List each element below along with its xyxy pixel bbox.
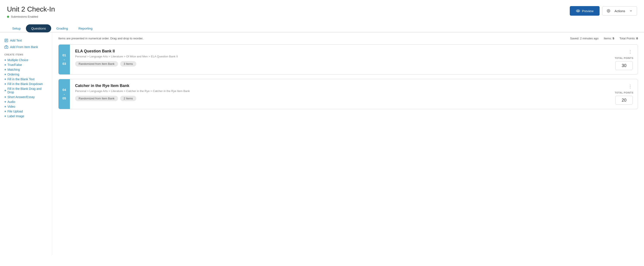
tab-grading[interactable]: Grading (51, 24, 73, 32)
card-menu-button-2[interactable]: ⋮ (627, 83, 633, 89)
actions-button[interactable]: Actions (602, 6, 637, 16)
card-tags-1: Randomized from Item Bank 3 Items (75, 61, 602, 66)
svg-point-2 (608, 10, 609, 11)
sidebar-item-label: Short Answer/Essay (8, 95, 34, 99)
nav-tabs: Setup Questions Grading Reporting (0, 20, 644, 32)
card-breadcrumb-1: Personal > Language Arts > Literature > … (75, 55, 602, 58)
sidebar-item-label: Ordering (8, 73, 19, 76)
card-title-2: Catcher in the Rye Item Bank (75, 83, 602, 88)
sidebar-item-label: Fill in the Blank Dropdown (8, 82, 43, 86)
card-breadcrumb-2: Personal > Language Arts > Literature > … (75, 89, 602, 93)
tag-randomized-2: Randomized from Item Bank (75, 96, 118, 101)
plus-icon: + (4, 95, 6, 99)
tab-setup[interactable]: Setup (7, 24, 26, 32)
preview-button[interactable]: Preview (570, 6, 600, 16)
sidebar-item-label: Fill in the Blank Drag and Drop (8, 87, 48, 94)
items-count: Items: 5 (604, 37, 614, 40)
points-input-2[interactable] (615, 96, 633, 105)
card-right-2: ⋮ TOTAL POINTS (607, 79, 638, 109)
actions-label: Actions (614, 9, 625, 13)
add-text-icon (4, 38, 8, 42)
status-row: Submissions Enabled (7, 15, 55, 18)
saved-label: Saved: 2 minutes ago (570, 37, 599, 40)
sidebar-item-fill-blank-dropdown[interactable]: + Fill in the Blank Dropdown (4, 82, 48, 86)
chevron-down-icon (630, 9, 632, 12)
tab-reporting[interactable]: Reporting (73, 24, 98, 32)
add-from-bank-link[interactable]: Add From Item Bank (4, 44, 48, 50)
three-dots-icon-1: ⋮ (628, 49, 632, 54)
svg-point-1 (578, 10, 578, 11)
plus-icon: + (4, 105, 6, 108)
sidebar-item-short-answer[interactable]: + Short Answer/Essay (4, 95, 48, 99)
sidebar-item-label: File Upload (8, 110, 23, 113)
sidebar-item-fill-blank-drag[interactable]: + Fill in the Blank Drag and Drop (4, 86, 48, 95)
sidebar-item-label: Video (8, 105, 15, 108)
sidebar-item-label: Audio (8, 100, 15, 104)
add-from-bank-icon (4, 45, 8, 49)
sidebar-item-audio[interactable]: + Audio (4, 99, 48, 104)
card-number-bar-2: 04 - 05 (58, 79, 70, 109)
plus-icon: + (4, 100, 6, 104)
sidebar-item-true-false[interactable]: + True/False (4, 62, 48, 67)
svg-point-0 (576, 10, 580, 12)
sidebar-item-label: Fill in the Blank Text (8, 77, 34, 81)
tag-randomized-1: Randomized from Item Bank (75, 61, 118, 66)
status-dot (7, 16, 9, 18)
sidebar-item-ordering[interactable]: + Ordering (4, 72, 48, 77)
page-header: Unit 2 Check-In Submissions Enabled Prev… (0, 0, 644, 18)
sidebar-item-label: Matching (8, 68, 20, 71)
sidebar-item-fill-blank-text[interactable]: + Fill in the Blank Text (4, 77, 48, 82)
card-menu-button-1[interactable]: ⋮ (627, 49, 633, 55)
plus-icon: + (4, 110, 6, 113)
plus-icon: + (4, 82, 6, 86)
sidebar-item-multiple-choice[interactable]: + Multiple Choice (4, 58, 48, 62)
plus-icon: + (4, 58, 6, 62)
tag-items-1: 3 Items (120, 61, 136, 66)
sidebar-item-matching[interactable]: + Matching (4, 67, 48, 72)
question-card-2: 04 - 05 Catcher in the Rye Item Bank Per… (58, 79, 638, 109)
question-card-1: 01 - 03 ELA Question Bank II Personal > … (58, 44, 638, 75)
card-title-1: ELA Question Bank II (75, 49, 602, 53)
plus-icon: + (4, 77, 6, 81)
card-right-1: ⋮ TOTAL POINTS (607, 45, 638, 74)
card-body-2: Catcher in the Rye Item Bank Personal > … (70, 79, 607, 109)
add-text-link[interactable]: Add Text (4, 38, 48, 43)
page-title: Unit 2 Check-In (7, 5, 55, 13)
sidebar-item-label: True/False (8, 63, 22, 66)
content-area: Items are presented in numerical order. … (52, 32, 644, 255)
order-notice: Items are presented in numerical order. … (58, 37, 143, 40)
sidebar: Add Text Add From Item Bank CREATE ITEMS… (0, 32, 52, 255)
content-topbar-right: Saved: 2 minutes ago Items: 5 Total Poin… (570, 37, 638, 40)
content-topbar: Items are presented in numerical order. … (58, 37, 638, 40)
eye-icon (576, 9, 580, 13)
card-body-1: ELA Question Bank II Personal > Language… (70, 45, 607, 74)
plus-icon: + (4, 68, 6, 71)
add-text-label: Add Text (10, 39, 22, 42)
card-number-bar-1: 01 - 03 (58, 45, 70, 74)
tag-items-2: 2 Items (120, 96, 136, 101)
header-left: Unit 2 Check-In Submissions Enabled (7, 5, 55, 18)
plus-icon: + (4, 63, 6, 66)
status-label: Submissions Enabled (11, 15, 38, 18)
main-layout: Add Text Add From Item Bank CREATE ITEMS… (0, 32, 644, 255)
total-points-label-2: TOTAL POINTS (615, 91, 633, 105)
plus-icon: + (4, 89, 6, 92)
plus-icon: + (4, 73, 6, 76)
sidebar-item-file-upload[interactable]: + File Upload (4, 109, 48, 114)
three-dots-icon-2: ⋮ (628, 84, 632, 89)
add-from-bank-label: Add From Item Bank (10, 45, 38, 49)
total-points: Total Points: 0 (620, 37, 638, 40)
sidebar-item-label: Multiple Choice (8, 58, 28, 62)
tab-questions[interactable]: Questions (26, 24, 51, 32)
gear-icon (607, 9, 610, 13)
card-tags-2: Randomized from Item Bank 2 Items (75, 96, 602, 101)
sidebar-item-video[interactable]: + Video (4, 104, 48, 109)
preview-label: Preview (582, 9, 594, 13)
plus-icon: + (4, 114, 6, 118)
total-points-label-1: TOTAL POINTS (615, 57, 633, 70)
sidebar-item-label: Label Image (8, 114, 24, 118)
sidebar-item-label-image[interactable]: + Label Image (4, 114, 48, 119)
header-actions: Preview Actions (570, 6, 637, 16)
create-items-title: CREATE ITEMS (4, 53, 48, 56)
points-input-1[interactable] (615, 61, 633, 70)
